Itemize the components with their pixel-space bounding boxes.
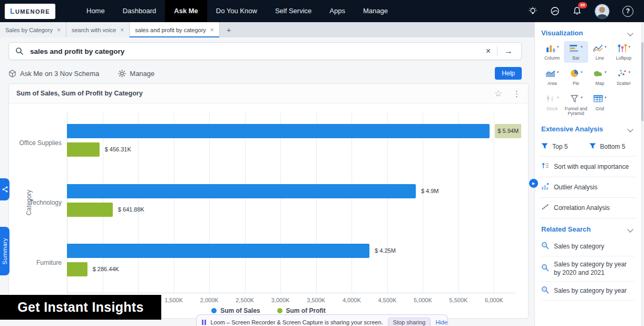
viz-icon-row: ▾ bbox=[545, 69, 559, 80]
chart-gridline bbox=[494, 113, 494, 293]
stop-sharing-button[interactable]: Stop sharing bbox=[388, 318, 431, 326]
outlier-icon bbox=[541, 183, 549, 192]
caret-down-icon: ▾ bbox=[629, 70, 631, 74]
close-tab-icon[interactable]: × bbox=[210, 26, 214, 34]
map-chart-icon bbox=[593, 69, 603, 80]
bar-chart: 1,500K2,000K2,500K3,000K3,500K4,000K4,50… bbox=[9, 103, 528, 318]
nav-dashboard[interactable]: Dashboard bbox=[114, 0, 165, 22]
submit-search-icon[interactable]: → bbox=[497, 46, 515, 56]
related-sales-by-category-by-year[interactable]: Sales by category by year bbox=[540, 282, 636, 301]
chevron-down-icon bbox=[627, 30, 633, 36]
chart-gridline bbox=[316, 113, 317, 293]
play-icon: ▶ bbox=[532, 181, 535, 185]
bar-chart-icon bbox=[569, 44, 580, 54]
schema-selector[interactable]: Ask Me on 3 Nov Schema bbox=[8, 70, 99, 78]
legend-item[interactable]: Sum of Profit bbox=[277, 307, 326, 314]
area-chart-icon bbox=[545, 69, 556, 80]
new-tab-button[interactable]: + bbox=[220, 22, 238, 37]
tab-sales-by-category[interactable]: Sales by Category× bbox=[0, 22, 66, 37]
viz-scatter[interactable]: ▾Scatter bbox=[612, 66, 636, 88]
insights-headline: Get Instant Insights bbox=[17, 300, 143, 315]
sum-of-profit-bar[interactable] bbox=[67, 142, 100, 157]
viz-label: Bar bbox=[572, 56, 579, 61]
chart-gridline bbox=[280, 113, 281, 293]
scrollbar-thumb[interactable] bbox=[641, 42, 643, 121]
nav-manage[interactable]: Manage bbox=[354, 0, 397, 22]
x-tick-label: 4,500K bbox=[378, 297, 396, 303]
sum-of-profit-bar[interactable] bbox=[67, 262, 87, 276]
nav-apps[interactable]: Apps bbox=[320, 0, 354, 22]
legend-item[interactable]: Sum of Sales bbox=[211, 307, 260, 314]
analysis-sort-with-equal-importance[interactable]: Sort with equal importance bbox=[540, 157, 636, 177]
nav-do-you-know[interactable]: Do You Know bbox=[207, 0, 266, 22]
scatter-chart-icon bbox=[617, 69, 628, 80]
caret-down-icon: ▾ bbox=[581, 70, 583, 74]
related-sales-by-category[interactable]: Sales by category bbox=[540, 237, 636, 256]
sum-of-profit-bar[interactable] bbox=[67, 203, 113, 217]
analysis-correlation-analysis[interactable]: Correlation Analysis bbox=[540, 198, 636, 218]
gear-icon bbox=[118, 70, 126, 78]
summary-tab[interactable]: Summary bbox=[0, 227, 9, 275]
viz-column[interactable]: ▾Column bbox=[540, 41, 564, 63]
avatar[interactable] bbox=[594, 4, 610, 19]
help-button[interactable]: Help bbox=[495, 67, 522, 80]
viz-pie[interactable]: ▾Pie bbox=[564, 66, 588, 88]
chart-gridline bbox=[174, 113, 174, 293]
favorite-icon[interactable]: ☆ bbox=[494, 89, 502, 98]
nav-ask-me[interactable]: Ask Me bbox=[165, 0, 207, 22]
viz-label: Stock bbox=[547, 107, 558, 112]
x-tick-label: 3,500K bbox=[307, 297, 325, 303]
related-label: Sales by category by year by 2020 and 20… bbox=[554, 261, 635, 277]
visualization-header[interactable]: Visualization bbox=[540, 22, 636, 41]
close-tab-icon[interactable]: × bbox=[57, 26, 61, 34]
logo[interactable]: LUMENORE bbox=[5, 4, 55, 19]
filter-label: Bottom 5 bbox=[600, 143, 626, 150]
filter-bottom-5[interactable]: Bottom 5 bbox=[588, 137, 636, 156]
idea-icon[interactable] bbox=[528, 6, 538, 16]
analysis-outlier-analysis[interactable]: Outlier Analysis bbox=[540, 177, 636, 198]
viz-line[interactable]: ▾Line bbox=[588, 41, 612, 63]
related-search-header[interactable]: Related Search bbox=[540, 218, 636, 237]
page-scrollbar[interactable] bbox=[641, 22, 644, 326]
manage-button[interactable]: Manage bbox=[118, 70, 154, 78]
chart-card: Sum of Sales, Sum of Profit by Category … bbox=[8, 83, 529, 319]
nav-home[interactable]: Home bbox=[77, 0, 114, 22]
nav-self-service[interactable]: Self Service bbox=[266, 0, 320, 22]
sidebar-expander-button[interactable]: ▶ bbox=[529, 179, 538, 188]
viz-map[interactable]: ▾Map bbox=[588, 66, 612, 88]
notifications-icon[interactable]: 39 bbox=[572, 6, 582, 16]
correlation-icon bbox=[541, 203, 549, 213]
tab-search-with-voice[interactable]: search with voice× bbox=[66, 22, 130, 37]
schema-row: Ask Me on 3 Nov Schema Manage Help bbox=[8, 67, 522, 80]
viz-label: Scatter bbox=[617, 81, 631, 87]
sum-of-sales-bar[interactable] bbox=[67, 244, 369, 258]
search-suggestion-icon bbox=[541, 286, 549, 296]
more-options-icon[interactable]: ⋮ bbox=[513, 90, 521, 98]
help-icon[interactable]: ? bbox=[622, 6, 633, 17]
viz-stock[interactable]: ▾Stock bbox=[540, 92, 564, 119]
caret-down-icon: ▾ bbox=[604, 70, 607, 74]
viz-bar[interactable]: ▾Bar bbox=[564, 41, 588, 63]
viz-area[interactable]: ▾Area bbox=[540, 66, 564, 88]
close-tab-icon[interactable]: × bbox=[120, 26, 124, 34]
tab-label: search with voice bbox=[72, 27, 116, 33]
hide-button[interactable]: Hide bbox=[435, 319, 447, 325]
clear-search-icon[interactable]: × bbox=[480, 46, 497, 56]
globe-icon[interactable] bbox=[550, 6, 560, 16]
viz-funnel-and-pyramid[interactable]: ▾Funnel and Pyramid bbox=[564, 92, 588, 119]
caret-down-icon: ▾ bbox=[557, 45, 559, 49]
extensive-analysis-header[interactable]: Extensive Analysis bbox=[540, 118, 636, 137]
filter-top-5[interactable]: Top 5 bbox=[540, 137, 588, 156]
tab-sales-and-profit-by-category[interactable]: sales and profit by category× bbox=[130, 22, 220, 37]
viz-icon-row: ▾ bbox=[617, 44, 631, 54]
search-input[interactable] bbox=[29, 47, 480, 56]
x-tick-label: 5,000K bbox=[414, 297, 432, 303]
share-tab[interactable] bbox=[0, 178, 9, 200]
viz-grid[interactable]: ▾Grid bbox=[588, 92, 612, 119]
viz-lollipop[interactable]: ▾Lollipop bbox=[612, 41, 636, 63]
sum-of-sales-bar[interactable] bbox=[67, 184, 416, 198]
related-sales-by-category-by-year-by-2020-and-2021[interactable]: Sales by category by year by 2020 and 20… bbox=[540, 256, 636, 282]
sum-of-sales-bar[interactable] bbox=[67, 124, 490, 138]
viz-label: Pie bbox=[573, 81, 579, 87]
top-bottom-filter-row: Top 5Bottom 5 bbox=[540, 137, 636, 157]
